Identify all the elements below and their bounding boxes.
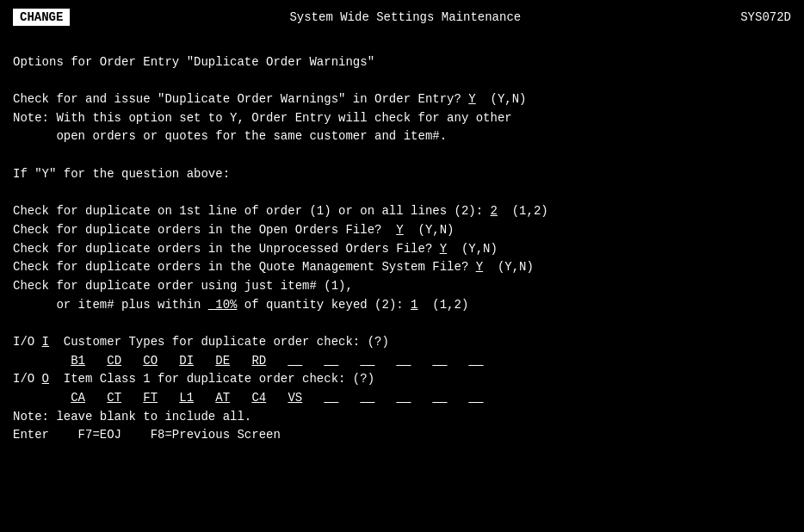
line-blank-2 — [13, 146, 791, 165]
line-check-issue: Check for and issue "Duplicate Order War… — [13, 90, 791, 109]
value-l1: L1 — [179, 391, 194, 405]
line-blank-4 — [13, 314, 791, 333]
value-b1: B1 — [71, 354, 85, 368]
value-quote-yn: Y — [476, 260, 483, 274]
value-vs: VS — [288, 391, 302, 405]
value-o-blank-1: __ — [324, 391, 338, 405]
header-title: System Wide Settings Maintenance — [70, 10, 740, 24]
line-io-i-label: I/O I Customer Types for duplicate order… — [13, 333, 791, 352]
value-10pct: _10% — [208, 298, 238, 312]
value-o-blank-5: __ — [469, 391, 484, 405]
value-io-o: O — [42, 372, 49, 386]
line-function-keys: Enter F7=EOJ F8=Previous Screen — [13, 426, 791, 445]
value-ca: CA — [71, 391, 85, 405]
header-code: SYS072D — [740, 10, 791, 24]
line-1 — [13, 34, 791, 53]
line-blank-3 — [13, 184, 791, 203]
value-at: AT — [215, 391, 230, 405]
line-blank-1 — [13, 71, 791, 90]
value-blank-3: __ — [360, 354, 374, 368]
value-o-blank-2: __ — [360, 391, 374, 405]
line-note-2: open orders or quotes for the same custo… — [13, 127, 791, 146]
value-yn-1: Y — [468, 92, 475, 106]
value-blank-5: __ — [433, 354, 448, 368]
value-blank-1: __ — [288, 354, 302, 368]
line-io-i-values: B1 CD CO DI DE RD __ __ __ __ __ __ — [13, 352, 791, 371]
line-check-unprocessed: Check for duplicate orders in the Unproc… — [13, 240, 791, 259]
value-io-i: I — [42, 335, 49, 349]
value-ft: FT — [143, 391, 158, 405]
line-io-o-values: CA CT FT L1 AT C4 VS __ __ __ __ __ — [13, 389, 791, 408]
value-blank-6: __ — [469, 354, 484, 368]
value-qty-choice: 1 — [411, 298, 417, 312]
line-check-item-2: or item# plus within _10% of quantity ke… — [13, 296, 791, 315]
value-di: DI — [179, 354, 194, 368]
line-check-dup-1st: Check for duplicate on 1st line of order… — [13, 202, 791, 221]
value-cd: CD — [107, 354, 121, 368]
line-options-heading: Options for Order Entry "Duplicate Order… — [13, 53, 791, 72]
value-co: CO — [143, 354, 158, 368]
value-de: DE — [215, 354, 230, 368]
value-dup-lines: 2 — [491, 204, 498, 218]
value-c4: C4 — [251, 391, 266, 405]
line-note-1: Note: With this option set to Y, Order E… — [13, 109, 791, 128]
value-ct: CT — [107, 391, 121, 405]
value-blank-4b: __ — [397, 354, 411, 368]
value-blank-2: __ — [324, 354, 338, 368]
line-note-blank: Note: leave blank to include all. — [13, 408, 791, 427]
header: CHANGE System Wide Settings Maintenance … — [13, 9, 791, 26]
line-check-quote: Check for duplicate orders in the Quote … — [13, 258, 791, 277]
line-io-o-label: I/O O Item Class 1 for duplicate order c… — [13, 370, 791, 389]
value-o-blank-3: __ — [397, 391, 411, 405]
change-label: CHANGE — [13, 9, 70, 26]
value-open-yn: Y — [396, 223, 403, 237]
value-unprocessed-yn: Y — [440, 242, 447, 256]
line-check-item-1: Check for duplicate order using just ite… — [13, 277, 791, 296]
main-content: Options for Order Entry "Duplicate Order… — [13, 34, 791, 445]
value-o-blank-4: __ — [433, 391, 448, 405]
line-check-open: Check for duplicate orders in the Open O… — [13, 221, 791, 240]
value-rd: RD — [251, 354, 266, 368]
line-if-y: If "Y" for the question above: — [13, 165, 791, 184]
